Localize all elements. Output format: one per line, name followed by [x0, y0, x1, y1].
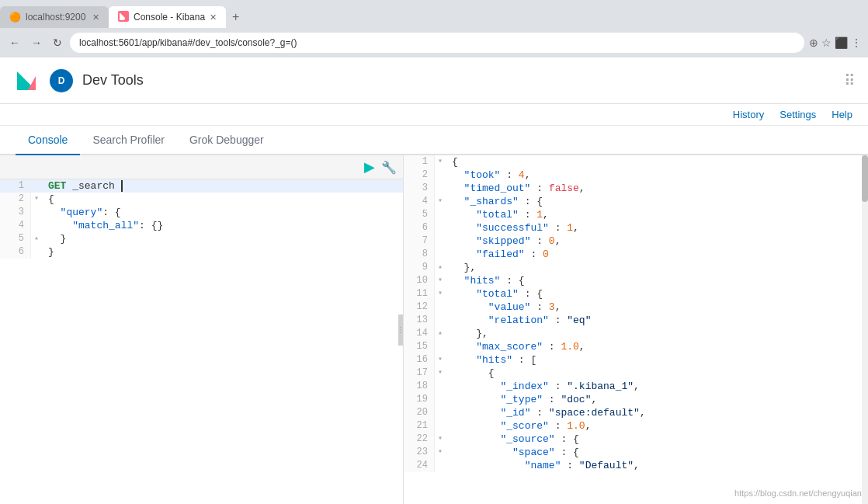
- forward-button[interactable]: →: [28, 35, 45, 50]
- address-input[interactable]: [70, 33, 804, 53]
- line-content-6: }: [42, 245, 403, 259]
- line-num-2: 2: [0, 193, 31, 206]
- output-line-11: 11 ▾ "total" : {: [404, 287, 868, 301]
- watermark: https://blog.csdn.net/chengyuqian: [734, 488, 862, 498]
- line-fold-4: [31, 219, 42, 232]
- output-line-13: 13 "relation" : "eq": [404, 314, 868, 327]
- scrollbar-thumb[interactable]: [862, 155, 868, 202]
- output-line-4: 4 ▾ "_shards" : {: [404, 195, 868, 208]
- line-fold-2: ▾: [31, 193, 42, 206]
- editor-line-2: 2 ▾ {: [0, 193, 403, 206]
- line-content-5: }: [42, 232, 403, 245]
- tab-favicon-2: [118, 11, 129, 24]
- line-num-1: 1: [0, 179, 31, 193]
- line-content-2: {: [42, 193, 403, 206]
- output-line-18: 18 "_index" : ".kibana_1",: [404, 380, 868, 393]
- top-actions: History Settings Help: [0, 104, 868, 126]
- tab-kibana[interactable]: Console - Kibana ✕: [109, 6, 226, 28]
- tab-favicon-1: 🟠: [9, 12, 21, 23]
- output-line-15: 15 "max_score" : 1.0,: [404, 340, 868, 353]
- line-fold-1: [31, 179, 42, 193]
- editor-toolbar: ▶ 🔧: [0, 155, 403, 179]
- line-content-4: "match_all": {}: [42, 219, 403, 232]
- top-bar: D Dev Tools ⠿: [0, 57, 868, 104]
- code-lines: 1 GET _search 2 ▾ { 3 "query":: [0, 179, 403, 259]
- app-title: Dev Tools: [82, 72, 144, 89]
- grid-icon[interactable]: ⠿: [844, 71, 856, 90]
- menu-icon[interactable]: ⋮: [851, 36, 862, 49]
- output-line-14: 14 ▴ },: [404, 327, 868, 340]
- output-line-16: 16 ▾ "hits" : [: [404, 353, 868, 367]
- editor-line-1: 1 GET _search: [0, 179, 403, 193]
- tabs-bar: Console Search Profiler Grok Debugger: [0, 126, 868, 155]
- wrench-button[interactable]: 🔧: [381, 160, 397, 175]
- extension-icon[interactable]: ⬛: [835, 36, 848, 49]
- main-content: ▶ 🔧 1 GET _search 2 ▾ {: [0, 155, 868, 504]
- tab-close-2[interactable]: ✕: [210, 12, 217, 23]
- new-tab-button[interactable]: +: [226, 6, 245, 28]
- output-line-12: 12 "value" : 3,: [404, 301, 868, 314]
- output-line-21: 21 "_score" : 1.0,: [404, 419, 868, 433]
- right-panel: 1 ▾ { 2 "took" : 4, 3 "timed_out" : fals…: [404, 155, 868, 504]
- address-icons: ⊕ ☆ ⬛ ⋮: [809, 36, 862, 49]
- line-num-3: 3: [0, 206, 31, 219]
- line-content-1: GET _search: [42, 179, 403, 193]
- app: D Dev Tools ⠿ History Settings Help Cons…: [0, 57, 868, 504]
- line-content-3: "query": {: [42, 206, 403, 219]
- reload-button[interactable]: ↻: [50, 35, 65, 50]
- line-num-4: 4: [0, 219, 31, 232]
- tab-localhost[interactable]: 🟠 localhost:9200 ✕: [0, 6, 109, 28]
- left-panel: ▶ 🔧 1 GET _search 2 ▾ {: [0, 155, 404, 504]
- back-button[interactable]: ←: [6, 35, 23, 50]
- tab-close-1[interactable]: ✕: [92, 12, 99, 23]
- tab-search-profiler[interactable]: Search Profiler: [80, 126, 177, 155]
- output-line-24: 24 "name" : "Default",: [404, 459, 868, 472]
- tab-grok-debugger[interactable]: Grok Debugger: [177, 126, 276, 155]
- output-line-7: 7 "skipped" : 0,: [404, 235, 868, 248]
- editor-line-4: 4 "match_all": {}: [0, 219, 403, 232]
- help-button[interactable]: Help: [832, 109, 852, 120]
- editor-area[interactable]: 1 GET _search 2 ▾ { 3 "query":: [0, 179, 403, 504]
- line-num-5: 5: [0, 232, 31, 245]
- run-button[interactable]: ▶: [364, 158, 375, 176]
- output-line-8: 8 "failed" : 0: [404, 248, 868, 261]
- editor-line-5: 5 ▴ }: [0, 232, 403, 245]
- output-line-10: 10 ▾ "hits" : {: [404, 274, 868, 287]
- tab-label-2: Console - Kibana: [134, 12, 205, 23]
- output-line-22: 22 ▾ "_source" : {: [404, 433, 868, 446]
- line-fold-5: ▴: [31, 232, 42, 245]
- output-line-5: 5 "total" : 1,: [404, 208, 868, 221]
- output-line-23: 23 ▾ "space" : {: [404, 446, 868, 459]
- line-num-6: 6: [0, 245, 31, 259]
- line-fold-3: [31, 206, 42, 219]
- address-bar: ← → ↻ ⊕ ☆ ⬛ ⋮: [0, 28, 868, 57]
- scrollbar-vertical[interactable]: [862, 155, 868, 504]
- settings-button[interactable]: Settings: [779, 109, 816, 120]
- tab-bar: 🟠 localhost:9200 ✕ Console - Kibana ✕ +: [0, 0, 868, 28]
- output-line-3: 3 "timed_out" : false,: [404, 182, 868, 195]
- history-button[interactable]: History: [733, 109, 764, 120]
- editor-line-3: 3 "query": {: [0, 206, 403, 219]
- output-line-17: 17 ▾ {: [404, 367, 868, 380]
- output-line-19: 19 "_type" : "doc",: [404, 393, 868, 406]
- browser-chrome: 🟠 localhost:9200 ✕ Console - Kibana ✕ + …: [0, 0, 868, 57]
- output-line-2: 2 "took" : 4,: [404, 169, 868, 182]
- editor-line-6: 6 }: [0, 245, 403, 259]
- tab-label-1: localhost:9200: [26, 12, 85, 23]
- output-line-1: 1 ▾ {: [404, 155, 868, 169]
- translate-icon[interactable]: ⊕: [809, 36, 818, 49]
- divider-handle[interactable]: ⋮: [398, 315, 403, 346]
- output-line-6: 6 "successful" : 1,: [404, 221, 868, 235]
- output-line-9: 9 ▴ },: [404, 261, 868, 274]
- output-lines: 1 ▾ { 2 "took" : 4, 3 "timed_out" : fals…: [404, 155, 868, 472]
- kibana-logo: [12, 67, 40, 95]
- line-fold-6: [31, 245, 42, 259]
- star-icon[interactable]: ☆: [821, 36, 832, 49]
- output-line-20: 20 "_id" : "space:default",: [404, 406, 868, 419]
- tab-console[interactable]: Console: [16, 126, 80, 155]
- user-badge: D: [50, 69, 73, 92]
